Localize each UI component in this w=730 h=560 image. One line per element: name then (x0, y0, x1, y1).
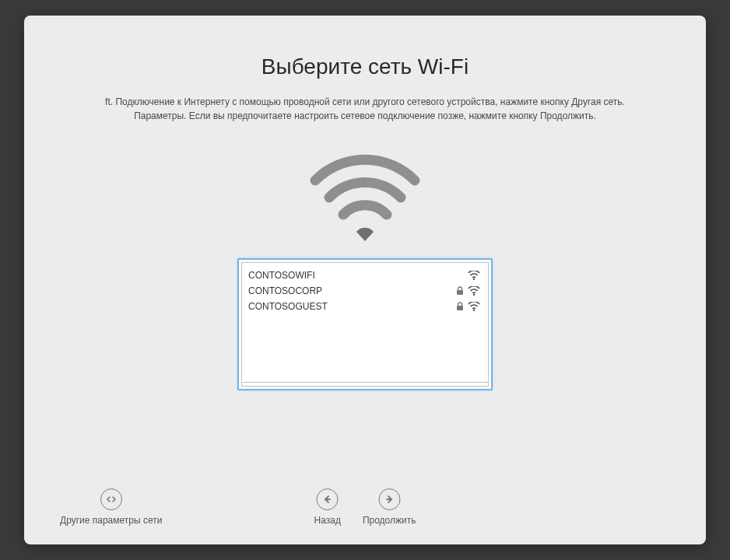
svg-point-2 (473, 294, 475, 296)
ellipsis-code-icon (100, 488, 122, 510)
other-network-options-button[interactable]: Другие параметры сети (60, 488, 162, 526)
network-name: CONTOSOCORP (248, 285, 454, 296)
lock-icon (454, 286, 466, 296)
footer-nav: Другие параметры сети Назад Продолжить (24, 488, 706, 526)
svg-point-4 (473, 310, 475, 311)
network-name: CONTOSOWIFI (248, 270, 454, 281)
network-item[interactable]: CONTOSOGUEST (248, 299, 482, 314)
svg-rect-1 (457, 290, 463, 295)
network-list-inner: CONTOSOWIFI CONTOSOCORP CONT (242, 263, 488, 319)
wifi-network-list[interactable]: CONTOSOWIFI CONTOSOCORP CONT (237, 258, 493, 390)
wifi-icon-large (24, 146, 706, 247)
list-footer-bar (241, 382, 489, 387)
setup-window: Выберите сеть Wi-Fi ft. Подключение к Ин… (24, 16, 706, 544)
wifi-icon (303, 146, 427, 247)
network-item[interactable]: CONTOSOWIFI (248, 268, 482, 283)
page-title: Выберите сеть Wi-Fi (24, 54, 706, 79)
svg-point-0 (473, 278, 475, 280)
continue-label: Продолжить (363, 515, 416, 526)
page-subtitle: ft. Подключение к Интернету с помощью пр… (71, 95, 659, 123)
wifi-signal-icon (466, 271, 482, 280)
arrow-right-icon (378, 488, 400, 510)
svg-rect-3 (457, 306, 463, 310)
network-item[interactable]: CONTOSOCORP (248, 283, 482, 299)
arrow-left-icon (317, 488, 339, 510)
network-name: CONTOSOGUEST (248, 301, 454, 312)
back-label: Назад (314, 515, 341, 526)
other-options-label: Другие параметры сети (60, 515, 162, 526)
back-button[interactable]: Назад (314, 488, 341, 526)
wifi-signal-icon (466, 302, 482, 311)
lock-icon (454, 302, 466, 311)
wifi-signal-icon (466, 286, 482, 296)
subtitle-line-1: ft. Подключение к Интернету с помощью пр… (105, 96, 625, 107)
continue-button[interactable]: Продолжить (363, 488, 416, 526)
subtitle-line-2: Параметры. Если вы предпочитаете настрои… (134, 110, 596, 121)
